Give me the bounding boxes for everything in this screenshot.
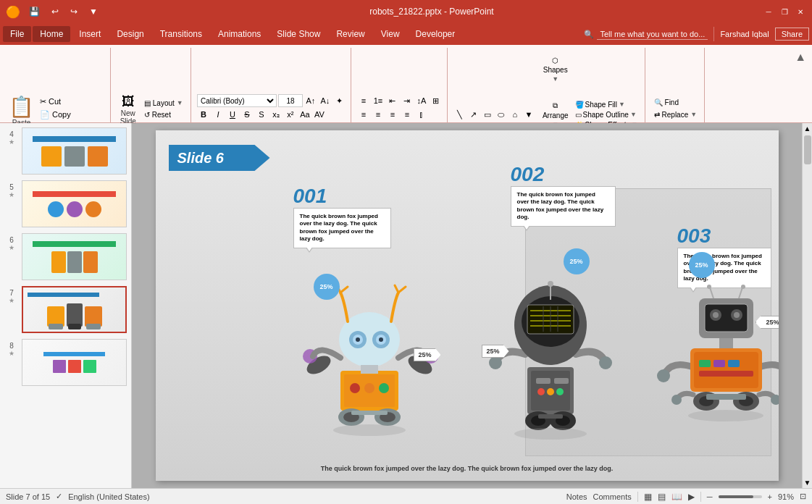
user-name: Farshad Iqbal [720, 30, 769, 38]
status-divider-2 [700, 492, 701, 502]
slide-title: Slide 6 [177, 150, 224, 167]
num-002: 002 [511, 163, 616, 186]
right-scrollbar[interactable]: ▲ ▼ [802, 123, 812, 488]
bullets-button[interactable]: ≡ [357, 94, 370, 107]
shapes-more[interactable]: ▼ [522, 108, 535, 121]
menu-transitions[interactable]: Transitions [153, 26, 209, 42]
copy-button[interactable]: 📄 Copy [37, 109, 106, 121]
slide-thumb-5[interactable]: 5 ★ [3, 179, 128, 229]
minimize-button[interactable]: ─ [763, 6, 774, 17]
shadow-button[interactable]: S [255, 108, 268, 121]
svg-point-50 [657, 369, 670, 382]
shape-chevron[interactable]: ⌂ [508, 108, 522, 121]
justify-button[interactable]: ≡ [401, 108, 414, 121]
tell-me-input[interactable]: Tell me what you want to do... [597, 29, 708, 40]
menu-home[interactable]: Home [33, 26, 70, 42]
svg-rect-38 [554, 378, 569, 384]
menu-slideshow[interactable]: Slide Show [269, 26, 327, 42]
reset-button[interactable]: ↺ Reset [141, 109, 186, 120]
font-decrease-button[interactable]: A↓ [319, 94, 332, 107]
zoom-slider-fill [719, 495, 753, 498]
numbering-button[interactable]: 1≡ [372, 94, 385, 107]
font-family-select[interactable]: Calibri (Body) [197, 94, 277, 107]
font-increase-button[interactable]: A↑ [304, 94, 317, 107]
align-center-button[interactable]: ≡ [372, 108, 385, 121]
shape-line[interactable]: ╲ [453, 108, 466, 121]
shape-outline-button[interactable]: ▭ Shape Outline ▼ [573, 110, 640, 119]
shapes-button[interactable]: ⬡ Shapes ▼ [540, 48, 572, 91]
find-button[interactable]: 🔍 Find [651, 97, 700, 108]
scroll-up-button[interactable]: ▲ [803, 123, 812, 134]
replace-button[interactable]: ⇄ Replace ▼ [651, 109, 700, 120]
editor-area[interactable]: Slide 6 001 The quick brown fox jumped o… [132, 123, 802, 488]
comments-button[interactable]: Comments [593, 492, 632, 501]
align-right-button[interactable]: ≡ [386, 108, 399, 121]
shape-rect[interactable]: ▭ [481, 108, 494, 121]
num-003: 003 [677, 224, 771, 248]
smartart-button[interactable]: ⊞ [430, 94, 443, 107]
svg-rect-21 [351, 411, 388, 415]
pct-tag-1b: 25% [414, 348, 441, 361]
clear-format-button[interactable]: ✦ [333, 94, 346, 107]
slide-preview-6 [22, 233, 127, 280]
svg-point-39 [537, 388, 545, 395]
normal-view-button[interactable]: ▦ [644, 492, 652, 502]
notes-button[interactable]: Notes [566, 492, 587, 501]
layout-button[interactable]: ▤ Layout ▼ [141, 98, 186, 109]
customize-icon[interactable]: ▼ [86, 5, 101, 18]
superscript-button[interactable]: x² [284, 108, 297, 121]
indent-increase-button[interactable]: ⇥ [401, 94, 414, 107]
font-size-input[interactable] [278, 94, 303, 107]
char-spacing-button[interactable]: AV [313, 108, 326, 121]
align-left-button[interactable]: ≡ [357, 108, 370, 121]
menu-review[interactable]: Review [329, 26, 372, 42]
shape-oval[interactable]: ⬭ [495, 108, 508, 121]
menu-insert[interactable]: Insert [72, 26, 108, 42]
ribbon-collapse-button[interactable]: ▲ [792, 48, 809, 67]
slide-canvas[interactable]: Slide 6 001 The quick brown fox jumped o… [156, 130, 779, 481]
slide-thumb-8[interactable]: 8 ★ [3, 337, 128, 387]
shape-fill-button[interactable]: 🪣 Shape Fill ▼ [573, 100, 640, 109]
zoom-in-button[interactable]: + [768, 492, 772, 501]
desc-001: The quick brown fox jumped over the lazy… [293, 208, 391, 248]
change-case-button[interactable]: Aa [298, 108, 311, 121]
slide-thumb-4[interactable]: 4 ★ [3, 126, 128, 176]
spellcheck-icon[interactable]: ✓ [56, 492, 62, 501]
strikethrough-button[interactable]: S [240, 108, 254, 121]
fit-to-window-button[interactable]: ⊡ [800, 492, 806, 501]
zoom-out-button[interactable]: ─ [707, 492, 713, 501]
close-button[interactable]: ✕ [795, 6, 806, 17]
subscript-button[interactable]: x₂ [269, 108, 282, 121]
menu-design[interactable]: Design [109, 26, 151, 42]
scroll-down-button[interactable]: ▼ [803, 477, 812, 488]
thumb-content-6 [22, 234, 126, 280]
shape-arrow[interactable]: ↗ [467, 108, 480, 121]
slide-sorter-button[interactable]: ▤ [658, 492, 666, 502]
underline-button[interactable]: U [226, 108, 239, 121]
svg-point-56 [741, 285, 745, 289]
menu-animations[interactable]: Animations [211, 26, 268, 42]
star-icon-8: ★ [9, 350, 14, 357]
menu-file[interactable]: File [3, 26, 31, 42]
slide-thumb-7[interactable]: 7 ★ [3, 285, 128, 335]
restore-button[interactable]: ❐ [779, 6, 790, 17]
italic-button[interactable]: I [212, 108, 225, 121]
menu-view[interactable]: View [374, 26, 407, 42]
scroll-thumb[interactable] [804, 135, 811, 164]
slide-thumb-6[interactable]: 6 ★ [3, 232, 128, 282]
slide-show-button[interactable]: ▶ [688, 492, 695, 502]
reading-view-button[interactable]: 📖 [671, 492, 682, 502]
undo-icon[interactable]: ↩ [49, 5, 62, 18]
menu-developer[interactable]: Developer [409, 26, 463, 42]
indent-decrease-button[interactable]: ⇤ [386, 94, 399, 107]
text-direction-button[interactable]: ↕A [415, 94, 428, 107]
svg-point-24 [599, 356, 612, 369]
columns-button[interactable]: ⫿ [415, 108, 428, 121]
save-icon[interactable]: 💾 [26, 5, 43, 18]
redo-icon[interactable]: ↪ [67, 5, 80, 18]
cut-button[interactable]: ✂ Cut [37, 96, 106, 108]
share-button[interactable]: Share [775, 28, 809, 41]
slides-panel: 4 ★ 5 ★ [0, 123, 132, 488]
bold-button[interactable]: B [197, 108, 210, 121]
zoom-slider[interactable] [719, 495, 762, 498]
